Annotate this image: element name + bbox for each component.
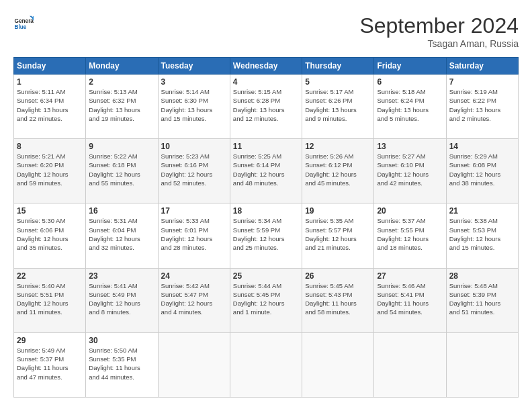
table-cell: [374, 332, 446, 397]
day-number: 27: [377, 271, 443, 281]
day-info: Sunrise: 5:33 AMSunset: 6:01 PMDaylight:…: [161, 216, 227, 252]
table-cell: [302, 332, 374, 397]
day-number: 3: [161, 77, 227, 87]
col-monday: Monday: [86, 58, 158, 75]
col-sunday: Sunday: [14, 58, 86, 75]
day-info: Sunrise: 5:15 AMSunset: 6:28 PMDaylight:…: [233, 87, 299, 123]
day-info: Sunrise: 5:17 AMSunset: 6:26 PMDaylight:…: [305, 87, 371, 123]
day-info: Sunrise: 5:40 AMSunset: 5:51 PMDaylight:…: [17, 281, 83, 317]
day-number: 17: [161, 206, 227, 216]
day-info: Sunrise: 5:11 AMSunset: 6:34 PMDaylight:…: [17, 87, 83, 123]
table-cell: 13Sunrise: 5:27 AMSunset: 6:10 PMDayligh…: [374, 139, 446, 203]
table-cell: 21Sunrise: 5:38 AMSunset: 5:53 PMDayligh…: [446, 203, 518, 268]
day-number: 9: [89, 142, 154, 151]
table-cell: 30Sunrise: 5:50 AMSunset: 5:35 PMDayligh…: [86, 332, 158, 397]
table-cell: [446, 332, 518, 397]
day-number: 4: [233, 77, 299, 87]
week-row-3: 15Sunrise: 5:30 AMSunset: 6:06 PMDayligh…: [14, 203, 519, 268]
table-cell: 10Sunrise: 5:23 AMSunset: 6:16 PMDayligh…: [158, 139, 230, 203]
svg-text:Blue: Blue: [15, 24, 27, 30]
day-number: 8: [17, 142, 83, 151]
day-info: Sunrise: 5:49 AMSunset: 5:37 PMDaylight:…: [17, 346, 83, 381]
day-number: 25: [233, 271, 299, 281]
day-number: 7: [449, 77, 515, 87]
day-info: Sunrise: 5:31 AMSunset: 6:04 PMDaylight:…: [89, 216, 154, 252]
table-cell: 14Sunrise: 5:29 AMSunset: 6:08 PMDayligh…: [446, 139, 518, 203]
day-number: 24: [161, 271, 227, 281]
day-info: Sunrise: 5:42 AMSunset: 5:47 PMDaylight:…: [161, 281, 227, 317]
day-info: Sunrise: 5:44 AMSunset: 5:45 PMDaylight:…: [233, 281, 299, 317]
day-info: Sunrise: 5:22 AMSunset: 6:18 PMDaylight:…: [89, 152, 154, 187]
day-number: 2: [89, 77, 154, 87]
week-row-2: 8Sunrise: 5:21 AMSunset: 6:20 PMDaylight…: [14, 139, 519, 203]
day-number: 22: [17, 271, 83, 281]
table-cell: 29Sunrise: 5:49 AMSunset: 5:37 PMDayligh…: [14, 332, 86, 397]
table-cell: 28Sunrise: 5:48 AMSunset: 5:39 PMDayligh…: [446, 268, 518, 332]
col-saturday: Saturday: [446, 58, 518, 75]
table-cell: 16Sunrise: 5:31 AMSunset: 6:04 PMDayligh…: [86, 203, 158, 268]
day-info: Sunrise: 5:41 AMSunset: 5:49 PMDaylight:…: [89, 281, 154, 317]
day-number: 5: [305, 77, 371, 87]
day-info: Sunrise: 5:29 AMSunset: 6:08 PMDaylight:…: [449, 152, 515, 187]
day-info: Sunrise: 5:37 AMSunset: 5:55 PMDaylight:…: [377, 216, 443, 252]
logo: General Blue: [13, 13, 34, 34]
table-cell: 25Sunrise: 5:44 AMSunset: 5:45 PMDayligh…: [230, 268, 302, 332]
day-number: 26: [305, 271, 371, 281]
table-cell: 18Sunrise: 5:34 AMSunset: 5:59 PMDayligh…: [230, 203, 302, 268]
day-number: 11: [233, 142, 299, 151]
day-number: 14: [449, 142, 515, 151]
table-cell: 8Sunrise: 5:21 AMSunset: 6:20 PMDaylight…: [14, 139, 86, 203]
day-number: 18: [233, 206, 299, 216]
col-thursday: Thursday: [302, 58, 374, 75]
table-cell: 22Sunrise: 5:40 AMSunset: 5:51 PMDayligh…: [14, 268, 86, 332]
day-info: Sunrise: 5:13 AMSunset: 6:32 PMDaylight:…: [89, 87, 154, 123]
table-cell: 17Sunrise: 5:33 AMSunset: 6:01 PMDayligh…: [158, 203, 230, 268]
day-info: Sunrise: 5:50 AMSunset: 5:35 PMDaylight:…: [89, 346, 154, 381]
day-number: 19: [305, 206, 371, 216]
day-number: 6: [377, 77, 443, 87]
day-info: Sunrise: 5:19 AMSunset: 6:22 PMDaylight:…: [449, 87, 515, 123]
calendar: Sunday Monday Tuesday Wednesday Thursday…: [13, 57, 519, 398]
day-info: Sunrise: 5:30 AMSunset: 6:06 PMDaylight:…: [17, 216, 83, 252]
day-info: Sunrise: 5:21 AMSunset: 6:20 PMDaylight:…: [17, 152, 83, 187]
day-info: Sunrise: 5:38 AMSunset: 5:53 PMDaylight:…: [449, 216, 515, 252]
day-info: Sunrise: 5:48 AMSunset: 5:39 PMDaylight:…: [449, 281, 515, 317]
table-cell: 6Sunrise: 5:18 AMSunset: 6:24 PMDaylight…: [374, 75, 446, 139]
table-cell: 4Sunrise: 5:15 AMSunset: 6:28 PMDaylight…: [230, 75, 302, 139]
header: General Blue September 2024 Tsagan Aman,…: [13, 13, 519, 49]
table-cell: 12Sunrise: 5:26 AMSunset: 6:12 PMDayligh…: [302, 139, 374, 203]
table-cell: 11Sunrise: 5:25 AMSunset: 6:14 PMDayligh…: [230, 139, 302, 203]
col-wednesday: Wednesday: [230, 58, 302, 75]
table-cell: 5Sunrise: 5:17 AMSunset: 6:26 PMDaylight…: [302, 75, 374, 139]
day-info: Sunrise: 5:34 AMSunset: 5:59 PMDaylight:…: [233, 216, 299, 252]
table-cell: [158, 332, 230, 397]
day-info: Sunrise: 5:35 AMSunset: 5:57 PMDaylight:…: [305, 216, 371, 252]
day-number: 23: [89, 271, 154, 281]
day-number: 29: [17, 336, 83, 345]
logo-icon: General Blue: [13, 13, 34, 34]
day-number: 13: [377, 142, 443, 151]
day-number: 20: [377, 206, 443, 216]
table-cell: 1Sunrise: 5:11 AMSunset: 6:34 PMDaylight…: [14, 75, 86, 139]
table-cell: [230, 332, 302, 397]
table-cell: 24Sunrise: 5:42 AMSunset: 5:47 PMDayligh…: [158, 268, 230, 332]
table-cell: 19Sunrise: 5:35 AMSunset: 5:57 PMDayligh…: [302, 203, 374, 268]
table-cell: 27Sunrise: 5:46 AMSunset: 5:41 PMDayligh…: [374, 268, 446, 332]
table-cell: 3Sunrise: 5:14 AMSunset: 6:30 PMDaylight…: [158, 75, 230, 139]
col-friday: Friday: [374, 58, 446, 75]
col-tuesday: Tuesday: [158, 58, 230, 75]
table-cell: 9Sunrise: 5:22 AMSunset: 6:18 PMDaylight…: [86, 139, 158, 203]
day-number: 16: [89, 206, 154, 216]
calendar-header-row: Sunday Monday Tuesday Wednesday Thursday…: [14, 58, 519, 75]
day-info: Sunrise: 5:45 AMSunset: 5:43 PMDaylight:…: [305, 281, 371, 317]
month-title: September 2024: [359, 13, 519, 38]
week-row-1: 1Sunrise: 5:11 AMSunset: 6:34 PMDaylight…: [14, 75, 519, 139]
title-area: September 2024 Tsagan Aman, Russia: [359, 13, 519, 49]
day-number: 28: [449, 271, 515, 281]
day-info: Sunrise: 5:25 AMSunset: 6:14 PMDaylight:…: [233, 152, 299, 187]
table-cell: 26Sunrise: 5:45 AMSunset: 5:43 PMDayligh…: [302, 268, 374, 332]
table-cell: 23Sunrise: 5:41 AMSunset: 5:49 PMDayligh…: [86, 268, 158, 332]
week-row-4: 22Sunrise: 5:40 AMSunset: 5:51 PMDayligh…: [14, 268, 519, 332]
day-number: 12: [305, 142, 371, 151]
day-info: Sunrise: 5:23 AMSunset: 6:16 PMDaylight:…: [161, 152, 227, 187]
